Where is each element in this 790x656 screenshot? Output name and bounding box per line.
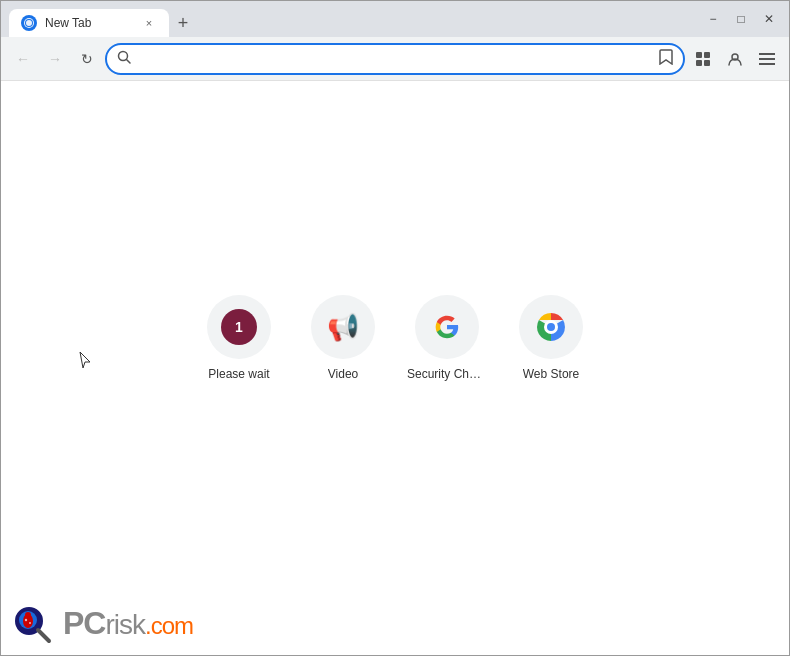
address-bar[interactable] [105,43,685,75]
security-check-icon [415,295,479,359]
web-store-icon [519,295,583,359]
svg-rect-4 [704,52,710,58]
toolbar-actions [689,45,781,73]
close-button[interactable]: ✕ [757,7,781,31]
security-check-label: Security Chec... [407,367,487,381]
please-wait-icon: 1 [207,295,271,359]
video-label: Video [328,367,358,381]
svg-point-19 [29,622,31,624]
tab-close-button[interactable]: × [141,15,157,31]
new-tab-button[interactable]: + [169,9,197,37]
shortcut-video[interactable]: 📢 Video [303,295,383,381]
please-wait-label: Please wait [208,367,269,381]
watermark: PCrisk.com [11,601,193,645]
svg-line-20 [38,630,49,641]
minimize-button[interactable]: − [701,7,725,31]
svg-rect-6 [704,60,710,66]
search-icon [117,50,131,67]
back-button[interactable]: ← [9,45,37,73]
profile-icon[interactable] [721,45,749,73]
google-g-icon [432,312,462,342]
shortcut-please-wait[interactable]: 1 Please wait [199,295,279,381]
shortcut-web-store[interactable]: Web Store [511,295,591,381]
video-emoji: 📢 [327,312,359,343]
bookmark-icon[interactable] [659,49,673,68]
svg-point-17 [25,612,31,618]
shortcuts-grid: 1 Please wait 📢 Video [199,295,591,381]
page-content: 1 Please wait 📢 Video [1,81,789,655]
pcrisk-bug-logo [11,601,55,645]
reload-button[interactable]: ↻ [73,45,101,73]
extensions-icon[interactable] [689,45,717,73]
shortcut-security-check[interactable]: Security Chec... [407,295,487,381]
title-bar: New Tab × + − □ ✕ [1,1,789,37]
active-tab[interactable]: New Tab × [9,9,169,37]
svg-rect-5 [696,60,702,66]
cursor [79,351,91,369]
maximize-button[interactable]: □ [729,7,753,31]
svg-point-13 [547,323,555,331]
browser-window: New Tab × + − □ ✕ ← → ↻ [0,0,790,656]
tab-favicon [21,15,37,31]
tab-strip: New Tab × + [9,1,695,37]
web-store-label: Web Store [523,367,579,381]
forward-button[interactable]: → [41,45,69,73]
tab-title: New Tab [45,16,133,30]
svg-line-2 [127,60,131,64]
pcrisk-text-logo: PCrisk.com [63,605,193,642]
menu-icon[interactable] [753,45,781,73]
toolbar: ← → ↻ [1,37,789,81]
svg-point-18 [25,619,27,621]
address-input[interactable] [137,51,653,67]
please-wait-number: 1 [221,309,257,345]
window-controls: − □ ✕ [701,7,781,31]
svg-rect-3 [696,52,702,58]
video-icon: 📢 [311,295,375,359]
